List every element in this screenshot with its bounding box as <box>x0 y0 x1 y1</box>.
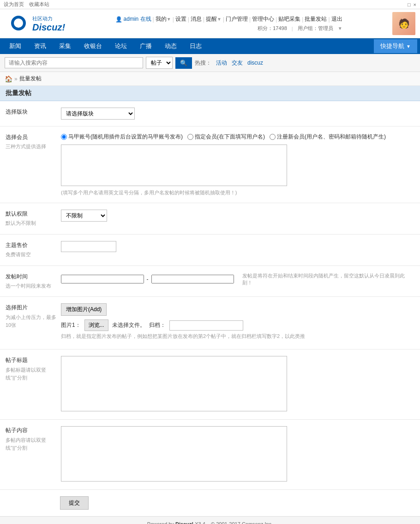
footer-brand: Discuz! <box>175 521 193 524</box>
avatar: 🧑 <box>392 12 415 35</box>
content-textarea[interactable] <box>61 426 287 482</box>
content-label: 帖子内容 多帖内容请以双竖线"||"分割 <box>6 426 61 452</box>
permission-label: 默认权限 默认为不限制 <box>6 210 61 228</box>
nav-item-info[interactable]: 资讯 <box>28 38 53 54</box>
radio-puppet[interactable]: 马甲账号(随机用插件后台设置的马甲账号发布) <box>61 133 183 141</box>
nav-item-collect[interactable]: 采集 <box>53 38 78 54</box>
image-label: 选择图片 为减小上传压力，最多10张 <box>6 303 61 329</box>
permission-select[interactable]: 不限制 <box>61 210 107 222</box>
header: 社区动力 Discuz! 👤 admin 在线 | 我的 ▼ | 设置 | 消息… <box>0 9 420 38</box>
forum-label: 选择版块 <box>6 108 61 116</box>
batch-link[interactable]: 批量发站 <box>305 15 327 23</box>
footer-copyright: © 2001-2017 Comsenz Inc. <box>211 521 273 524</box>
portal-link[interactable]: 门户管理 <box>226 15 248 23</box>
nav-item-cashier[interactable]: 收银台 <box>78 38 108 54</box>
bookmark-link[interactable]: 收藏本站 <box>29 1 49 7</box>
title-content <box>61 356 414 413</box>
close-btn[interactable]: × <box>414 2 416 7</box>
img-row-1: 图片1： 浏览... 未选择文件。 归档： <box>61 319 414 331</box>
settings-link[interactable]: 设置 <box>175 15 186 23</box>
score-label: 积分：17498 <box>258 25 287 32</box>
content-area <box>61 426 414 483</box>
price-input[interactable] <box>61 241 116 252</box>
member-textarea[interactable] <box>61 145 287 186</box>
logo-area: 社区动力 Discuz! <box>5 12 65 35</box>
usergroup-label: 用户组：管理员 <box>298 25 333 32</box>
admin-link[interactable]: 管理中心 <box>252 15 274 23</box>
nav-item-dynamic[interactable]: 动态 <box>158 38 183 54</box>
user-icon: 👤 <box>115 16 122 23</box>
sep2: | <box>173 16 174 23</box>
archive-input[interactable] <box>169 320 243 331</box>
quick-nav-btn[interactable]: 快捷导航 ▼ <box>374 39 417 53</box>
browse-btn[interactable]: 浏览... <box>84 319 108 331</box>
logout-link[interactable]: 退出 <box>331 15 342 23</box>
home-icon[interactable]: 🏠 <box>5 75 12 83</box>
radio-register[interactable]: 注册新会员(用户名、密码和邮箱待随机产生) <box>270 133 386 141</box>
hot-item-1[interactable]: 交友 <box>230 59 243 67</box>
img-note: 归档，就是指定图片发布的帖子，例如想把某图片放在发布的第2个帖子中，就在归档栏填… <box>61 333 414 340</box>
search-type-select[interactable]: 帖子 <box>146 57 173 69</box>
form-row-content: 帖子内容 多帖内容请以双竖线"||"分割 <box>0 420 420 490</box>
my-arrow: ▼ <box>167 17 171 22</box>
radio-register-input[interactable] <box>270 134 276 140</box>
my-menu[interactable]: 我的 <box>156 15 167 23</box>
collect-link[interactable]: 贴吧采集 <box>278 15 300 23</box>
remind-link[interactable]: 提醒 <box>206 15 217 23</box>
form-container: 选择版块 请选择版块 选择会员 三种方式提供选择 马甲账号(随机用插件后台设置的… <box>0 101 420 516</box>
nav-items: 新闻 资讯 采集 收银台 论坛 广播 动态 日志 <box>3 38 208 54</box>
member-hint: (填写多个用户名请用英文逗号分隔，多用户名发帖的时候将被随机抽取使用！) <box>61 189 414 196</box>
user-label: admin 在线 <box>124 15 151 23</box>
time-label: 发帖时间 选一个时间段来发布 <box>6 272 61 290</box>
hot-item-2[interactable]: discuz <box>246 60 263 66</box>
logo-name: Discuz! <box>32 22 65 33</box>
nav-item-forum[interactable]: 论坛 <box>108 38 133 54</box>
remind-arrow: ▼ <box>217 17 222 22</box>
time-to-input[interactable] <box>151 275 234 283</box>
radio-register-label: 注册新会员(用户名、密码和邮箱待随机产生) <box>277 133 386 141</box>
form-row-time: 发帖时间 选一个时间段来发布 - 发帖是将符在开始和结束时间段内随机产生，留空这… <box>0 266 420 297</box>
breadcrumb-current: 批量发帖 <box>19 75 42 83</box>
restore-btn[interactable]: □ <box>408 2 411 7</box>
img1-label: 图片1： <box>61 321 81 329</box>
form-row-title: 帖子标题 多帖标题请以双竖线"||"分割 <box>0 349 420 420</box>
form-row-submit: 提交 <box>0 490 420 516</box>
sep8: | <box>302 16 303 23</box>
radio-puppet-input[interactable] <box>61 134 67 140</box>
forum-select[interactable]: 请选择版块 <box>61 108 135 120</box>
search-input[interactable] <box>5 57 143 68</box>
page-title-bar: 批量发帖 <box>0 86 420 101</box>
member-content: 马甲账号(随机用插件后台设置的马甲账号发布) 指定会员(在下面填写用户名) 注册… <box>61 133 414 196</box>
hot-item-0[interactable]: 活动 <box>214 59 227 67</box>
usergroup-arrow: ▼ <box>338 26 342 31</box>
submit-btn[interactable]: 提交 <box>60 496 89 510</box>
nav-item-news[interactable]: 新闻 <box>3 38 28 54</box>
breadcrumb-sep: » <box>14 76 18 82</box>
sep6: | <box>249 16 251 23</box>
radio-specify[interactable]: 指定会员(在下面填写用户名) <box>187 133 265 141</box>
form-row-image: 选择图片 为减小上传压力，最多10张 增加图片(Add) 图片1： 浏览... … <box>0 297 420 349</box>
messages-link[interactable]: 消息 <box>191 15 202 23</box>
search-bar: 帖子 🔍 热搜： 活动 交友 discuz <box>0 54 420 72</box>
logo-text-area: 社区动力 Discuz! <box>32 14 65 33</box>
header-score-row: 积分：17498 | 用户组：管理员 ▼ <box>258 25 342 32</box>
set-homepage-link[interactable]: 设为首页 <box>4 1 24 7</box>
sep7: | <box>276 16 277 23</box>
forum-content: 请选择版块 <box>61 108 414 120</box>
form-row-price: 主题售价 免费请留空 <box>0 235 420 266</box>
footer-version: X3.4 <box>195 521 205 524</box>
radio-specify-input[interactable] <box>187 134 193 140</box>
search-button[interactable]: 🔍 <box>175 57 192 69</box>
footer: Powered by Discuz! X3.4 © 2001-2017 Coms… <box>0 516 420 524</box>
time-from-input[interactable] <box>61 275 144 283</box>
score-sep: | <box>292 26 293 31</box>
sep4: | <box>203 16 204 23</box>
time-hint: 发帖是将符在开始和结束时间段内随机产生，留空这默认从今日凌晨到此刻！ <box>242 272 414 286</box>
title-textarea[interactable] <box>61 356 287 411</box>
add-image-btn[interactable]: 增加图片(Add) <box>61 303 107 316</box>
nav-item-diary[interactable]: 日志 <box>183 38 208 54</box>
price-label: 主题售价 免费请留空 <box>6 241 61 259</box>
title-label: 帖子标题 多帖标题请以双竖线"||"分割 <box>6 356 61 382</box>
nav-item-broadcast[interactable]: 广播 <box>133 38 158 54</box>
form-row-permission: 默认权限 默认为不限制 不限制 <box>0 203 420 235</box>
